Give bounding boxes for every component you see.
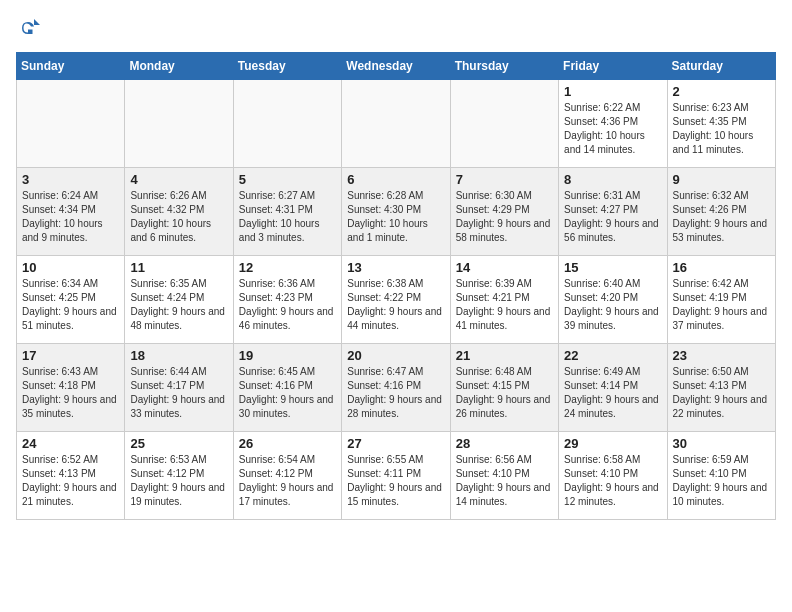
page-header bbox=[16, 16, 776, 40]
day-number: 13 bbox=[347, 260, 444, 275]
day-info: Sunrise: 6:43 AM Sunset: 4:18 PM Dayligh… bbox=[22, 365, 119, 421]
table-row: 2Sunrise: 6:23 AM Sunset: 4:35 PM Daylig… bbox=[667, 80, 775, 168]
table-row: 19Sunrise: 6:45 AM Sunset: 4:16 PM Dayli… bbox=[233, 344, 341, 432]
day-info: Sunrise: 6:34 AM Sunset: 4:25 PM Dayligh… bbox=[22, 277, 119, 333]
weekday-header-wednesday: Wednesday bbox=[342, 53, 450, 80]
week-row-5: 24Sunrise: 6:52 AM Sunset: 4:13 PM Dayli… bbox=[17, 432, 776, 520]
table-row bbox=[233, 80, 341, 168]
table-row: 9Sunrise: 6:32 AM Sunset: 4:26 PM Daylig… bbox=[667, 168, 775, 256]
day-info: Sunrise: 6:52 AM Sunset: 4:13 PM Dayligh… bbox=[22, 453, 119, 509]
weekday-header-monday: Monday bbox=[125, 53, 233, 80]
day-info: Sunrise: 6:44 AM Sunset: 4:17 PM Dayligh… bbox=[130, 365, 227, 421]
logo-icon bbox=[16, 16, 40, 40]
day-info: Sunrise: 6:32 AM Sunset: 4:26 PM Dayligh… bbox=[673, 189, 770, 245]
day-info: Sunrise: 6:27 AM Sunset: 4:31 PM Dayligh… bbox=[239, 189, 336, 245]
table-row: 21Sunrise: 6:48 AM Sunset: 4:15 PM Dayli… bbox=[450, 344, 558, 432]
svg-rect-0 bbox=[16, 16, 40, 40]
day-info: Sunrise: 6:49 AM Sunset: 4:14 PM Dayligh… bbox=[564, 365, 661, 421]
table-row bbox=[125, 80, 233, 168]
table-row: 8Sunrise: 6:31 AM Sunset: 4:27 PM Daylig… bbox=[559, 168, 667, 256]
day-info: Sunrise: 6:39 AM Sunset: 4:21 PM Dayligh… bbox=[456, 277, 553, 333]
calendar-table: SundayMondayTuesdayWednesdayThursdayFrid… bbox=[16, 52, 776, 520]
day-info: Sunrise: 6:35 AM Sunset: 4:24 PM Dayligh… bbox=[130, 277, 227, 333]
day-info: Sunrise: 6:47 AM Sunset: 4:16 PM Dayligh… bbox=[347, 365, 444, 421]
weekday-header-tuesday: Tuesday bbox=[233, 53, 341, 80]
day-number: 1 bbox=[564, 84, 661, 99]
table-row: 25Sunrise: 6:53 AM Sunset: 4:12 PM Dayli… bbox=[125, 432, 233, 520]
day-info: Sunrise: 6:24 AM Sunset: 4:34 PM Dayligh… bbox=[22, 189, 119, 245]
weekday-header-friday: Friday bbox=[559, 53, 667, 80]
day-number: 5 bbox=[239, 172, 336, 187]
day-number: 27 bbox=[347, 436, 444, 451]
day-number: 17 bbox=[22, 348, 119, 363]
table-row: 27Sunrise: 6:55 AM Sunset: 4:11 PM Dayli… bbox=[342, 432, 450, 520]
day-info: Sunrise: 6:36 AM Sunset: 4:23 PM Dayligh… bbox=[239, 277, 336, 333]
day-number: 18 bbox=[130, 348, 227, 363]
day-info: Sunrise: 6:54 AM Sunset: 4:12 PM Dayligh… bbox=[239, 453, 336, 509]
day-number: 21 bbox=[456, 348, 553, 363]
day-info: Sunrise: 6:48 AM Sunset: 4:15 PM Dayligh… bbox=[456, 365, 553, 421]
table-row: 13Sunrise: 6:38 AM Sunset: 4:22 PM Dayli… bbox=[342, 256, 450, 344]
day-info: Sunrise: 6:31 AM Sunset: 4:27 PM Dayligh… bbox=[564, 189, 661, 245]
day-number: 3 bbox=[22, 172, 119, 187]
day-number: 14 bbox=[456, 260, 553, 275]
day-number: 9 bbox=[673, 172, 770, 187]
day-number: 6 bbox=[347, 172, 444, 187]
day-number: 30 bbox=[673, 436, 770, 451]
logo bbox=[16, 16, 44, 40]
day-number: 20 bbox=[347, 348, 444, 363]
table-row: 30Sunrise: 6:59 AM Sunset: 4:10 PM Dayli… bbox=[667, 432, 775, 520]
day-info: Sunrise: 6:28 AM Sunset: 4:30 PM Dayligh… bbox=[347, 189, 444, 245]
table-row: 18Sunrise: 6:44 AM Sunset: 4:17 PM Dayli… bbox=[125, 344, 233, 432]
weekday-header-thursday: Thursday bbox=[450, 53, 558, 80]
day-info: Sunrise: 6:26 AM Sunset: 4:32 PM Dayligh… bbox=[130, 189, 227, 245]
day-info: Sunrise: 6:56 AM Sunset: 4:10 PM Dayligh… bbox=[456, 453, 553, 509]
table-row: 3Sunrise: 6:24 AM Sunset: 4:34 PM Daylig… bbox=[17, 168, 125, 256]
day-number: 28 bbox=[456, 436, 553, 451]
day-info: Sunrise: 6:58 AM Sunset: 4:10 PM Dayligh… bbox=[564, 453, 661, 509]
weekday-header-row: SundayMondayTuesdayWednesdayThursdayFrid… bbox=[17, 53, 776, 80]
table-row: 14Sunrise: 6:39 AM Sunset: 4:21 PM Dayli… bbox=[450, 256, 558, 344]
table-row: 23Sunrise: 6:50 AM Sunset: 4:13 PM Dayli… bbox=[667, 344, 775, 432]
table-row: 26Sunrise: 6:54 AM Sunset: 4:12 PM Dayli… bbox=[233, 432, 341, 520]
day-info: Sunrise: 6:23 AM Sunset: 4:35 PM Dayligh… bbox=[673, 101, 770, 157]
day-info: Sunrise: 6:53 AM Sunset: 4:12 PM Dayligh… bbox=[130, 453, 227, 509]
table-row: 5Sunrise: 6:27 AM Sunset: 4:31 PM Daylig… bbox=[233, 168, 341, 256]
day-number: 7 bbox=[456, 172, 553, 187]
day-number: 25 bbox=[130, 436, 227, 451]
week-row-4: 17Sunrise: 6:43 AM Sunset: 4:18 PM Dayli… bbox=[17, 344, 776, 432]
table-row: 1Sunrise: 6:22 AM Sunset: 4:36 PM Daylig… bbox=[559, 80, 667, 168]
day-info: Sunrise: 6:50 AM Sunset: 4:13 PM Dayligh… bbox=[673, 365, 770, 421]
day-number: 10 bbox=[22, 260, 119, 275]
weekday-header-saturday: Saturday bbox=[667, 53, 775, 80]
day-number: 23 bbox=[673, 348, 770, 363]
day-info: Sunrise: 6:45 AM Sunset: 4:16 PM Dayligh… bbox=[239, 365, 336, 421]
day-info: Sunrise: 6:38 AM Sunset: 4:22 PM Dayligh… bbox=[347, 277, 444, 333]
table-row: 17Sunrise: 6:43 AM Sunset: 4:18 PM Dayli… bbox=[17, 344, 125, 432]
table-row: 10Sunrise: 6:34 AM Sunset: 4:25 PM Dayli… bbox=[17, 256, 125, 344]
table-row: 15Sunrise: 6:40 AM Sunset: 4:20 PM Dayli… bbox=[559, 256, 667, 344]
week-row-1: 1Sunrise: 6:22 AM Sunset: 4:36 PM Daylig… bbox=[17, 80, 776, 168]
day-number: 11 bbox=[130, 260, 227, 275]
day-number: 4 bbox=[130, 172, 227, 187]
table-row: 28Sunrise: 6:56 AM Sunset: 4:10 PM Dayli… bbox=[450, 432, 558, 520]
table-row bbox=[450, 80, 558, 168]
table-row: 22Sunrise: 6:49 AM Sunset: 4:14 PM Dayli… bbox=[559, 344, 667, 432]
day-info: Sunrise: 6:22 AM Sunset: 4:36 PM Dayligh… bbox=[564, 101, 661, 157]
table-row: 24Sunrise: 6:52 AM Sunset: 4:13 PM Dayli… bbox=[17, 432, 125, 520]
week-row-3: 10Sunrise: 6:34 AM Sunset: 4:25 PM Dayli… bbox=[17, 256, 776, 344]
table-row: 29Sunrise: 6:58 AM Sunset: 4:10 PM Dayli… bbox=[559, 432, 667, 520]
day-info: Sunrise: 6:59 AM Sunset: 4:10 PM Dayligh… bbox=[673, 453, 770, 509]
day-number: 19 bbox=[239, 348, 336, 363]
day-number: 12 bbox=[239, 260, 336, 275]
day-number: 29 bbox=[564, 436, 661, 451]
table-row: 7Sunrise: 6:30 AM Sunset: 4:29 PM Daylig… bbox=[450, 168, 558, 256]
day-number: 24 bbox=[22, 436, 119, 451]
table-row: 20Sunrise: 6:47 AM Sunset: 4:16 PM Dayli… bbox=[342, 344, 450, 432]
day-info: Sunrise: 6:42 AM Sunset: 4:19 PM Dayligh… bbox=[673, 277, 770, 333]
table-row: 12Sunrise: 6:36 AM Sunset: 4:23 PM Dayli… bbox=[233, 256, 341, 344]
day-info: Sunrise: 6:40 AM Sunset: 4:20 PM Dayligh… bbox=[564, 277, 661, 333]
day-number: 15 bbox=[564, 260, 661, 275]
day-info: Sunrise: 6:55 AM Sunset: 4:11 PM Dayligh… bbox=[347, 453, 444, 509]
day-info: Sunrise: 6:30 AM Sunset: 4:29 PM Dayligh… bbox=[456, 189, 553, 245]
